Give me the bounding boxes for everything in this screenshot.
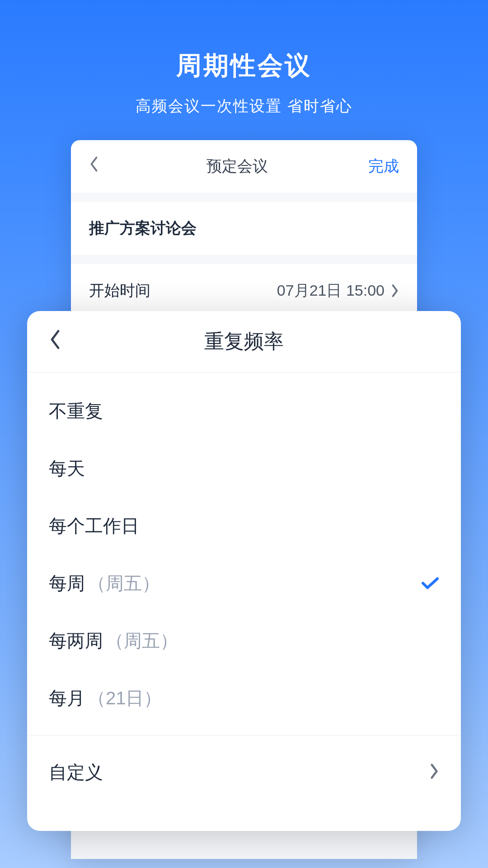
chevron-right-icon bbox=[429, 761, 439, 784]
page-subtitle: 高频会议一次性设置 省时省心 bbox=[0, 96, 488, 117]
meeting-name-row[interactable]: 推广方案讨论会 bbox=[71, 202, 417, 255]
divider bbox=[27, 735, 461, 736]
page-title: 周期性会议 bbox=[0, 49, 488, 83]
repeat-options: 不重复 每天 每个工作日 每周 （周五） 每两周 （周五） 每月 （21日） bbox=[27, 373, 461, 811]
schedule-navbar: 预定会议 完成 bbox=[71, 140, 417, 193]
option-label: 自定义 bbox=[49, 760, 103, 785]
back-button[interactable] bbox=[49, 327, 61, 356]
option-hint: （周五） bbox=[106, 628, 178, 653]
option-label: 不重复 bbox=[49, 399, 103, 424]
repeat-navbar: 重复频率 bbox=[27, 311, 461, 373]
option-label: 每个工作日 bbox=[49, 514, 139, 538]
repeat-title: 重复频率 bbox=[49, 328, 439, 355]
option-no-repeat[interactable]: 不重复 bbox=[27, 382, 461, 440]
option-label: 每天 bbox=[49, 456, 85, 481]
option-label: 每周 bbox=[49, 571, 85, 596]
start-time-value-container: 07月21日 15:00 bbox=[277, 280, 399, 301]
option-hint: （21日） bbox=[88, 686, 162, 711]
start-time-row[interactable]: 开始时间 07月21日 15:00 bbox=[71, 264, 417, 317]
check-icon bbox=[421, 572, 439, 595]
start-time-value: 07月21日 15:00 bbox=[277, 280, 385, 301]
start-time-label: 开始时间 bbox=[89, 280, 150, 301]
chevron-right-icon bbox=[391, 284, 399, 297]
option-daily[interactable]: 每天 bbox=[27, 440, 461, 497]
chevron-left-icon bbox=[49, 329, 61, 350]
repeat-frequency-card: 重复频率 不重复 每天 每个工作日 每周 （周五） 每两周 （周五） 每月 （2… bbox=[27, 311, 461, 831]
option-monthly[interactable]: 每月 （21日） bbox=[27, 670, 461, 727]
option-weekly[interactable]: 每周 （周五） bbox=[27, 555, 461, 612]
option-weekday[interactable]: 每个工作日 bbox=[27, 497, 461, 555]
option-label: 每两周 bbox=[49, 628, 103, 653]
meeting-name-value: 推广方案讨论会 bbox=[89, 218, 399, 239]
option-biweekly[interactable]: 每两周 （周五） bbox=[27, 612, 461, 670]
schedule-title: 预定会议 bbox=[206, 156, 268, 177]
option-label: 每月 bbox=[49, 686, 85, 711]
option-custom[interactable]: 自定义 bbox=[27, 744, 461, 801]
option-hint: （周五） bbox=[88, 571, 160, 596]
done-button[interactable]: 完成 bbox=[363, 156, 399, 177]
back-button[interactable] bbox=[89, 156, 112, 177]
chevron-left-icon bbox=[89, 156, 99, 173]
promo-header: 周期性会议 高频会议一次性设置 省时省心 bbox=[0, 0, 488, 117]
